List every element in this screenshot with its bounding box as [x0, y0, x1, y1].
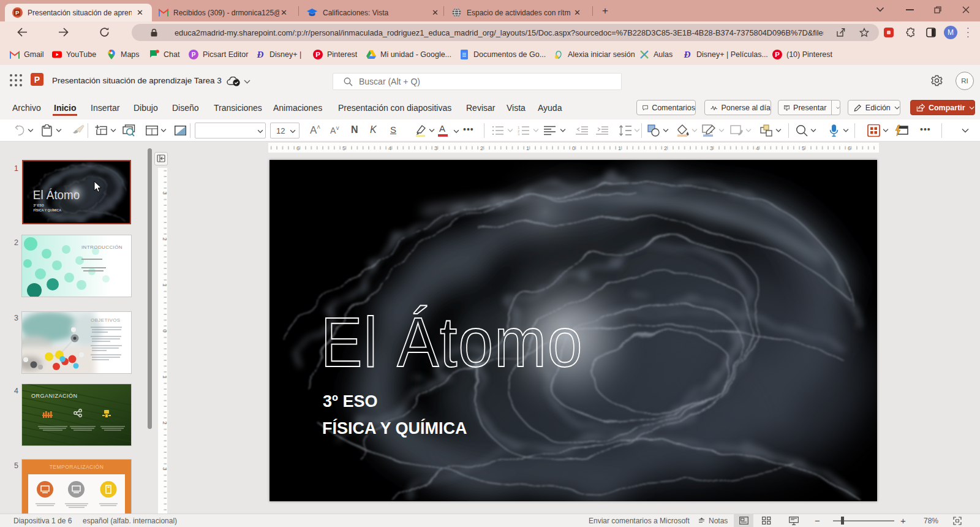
svg-text:1: 1: [526, 145, 529, 151]
svg-text:3º ESO: 3º ESO: [323, 392, 377, 411]
svg-text:FÍSICA Y QUÍMICA: FÍSICA Y QUÍMICA: [322, 419, 467, 438]
svg-text:P: P: [15, 9, 20, 16]
svg-text:Ð: Ð: [257, 50, 264, 59]
svg-text:3: 3: [162, 467, 167, 470]
svg-text:6: 6: [848, 145, 851, 151]
svg-text:P: P: [775, 51, 780, 58]
svg-text:2: 2: [162, 421, 167, 424]
svg-text:El Átomo: El Átomo: [321, 303, 584, 381]
svg-text:3º ESO: 3º ESO: [34, 203, 44, 207]
svg-text:3: 3: [710, 145, 713, 151]
svg-text:1: 1: [162, 375, 167, 378]
svg-text:P: P: [34, 75, 40, 85]
svg-text:3: 3: [162, 191, 167, 194]
svg-text:FÍSICA Y QUÍMICA: FÍSICA Y QUÍMICA: [33, 208, 61, 212]
svg-text:2: 2: [480, 145, 483, 151]
svg-text:1: 1: [162, 283, 167, 286]
svg-text:Ð: Ð: [684, 50, 691, 59]
svg-text:6: 6: [296, 145, 300, 151]
svg-text:5: 5: [802, 145, 805, 151]
svg-text:4: 4: [756, 145, 759, 151]
svg-text:OBJETIVOS: OBJETIVOS: [91, 317, 121, 323]
svg-text:4: 4: [388, 145, 391, 151]
svg-text:3: 3: [434, 145, 437, 151]
svg-text:El Átomo: El Átomo: [33, 189, 80, 202]
svg-text:0: 0: [162, 329, 167, 332]
svg-text:3: 3: [518, 133, 520, 135]
svg-text:1: 1: [618, 145, 621, 151]
svg-text:P: P: [192, 51, 196, 58]
svg-text:2: 2: [162, 237, 167, 240]
svg-text:P: P: [315, 51, 320, 58]
svg-text:0: 0: [572, 145, 575, 151]
svg-text:ORGANIZACIÓN: ORGANIZACIÓN: [31, 393, 78, 399]
svg-text:5: 5: [342, 145, 345, 151]
svg-text:2: 2: [664, 145, 667, 151]
svg-text:TEMPORALIZACIÓN: TEMPORALIZACIÓN: [50, 464, 104, 470]
svg-text:INTRODUCCIÓN: INTRODUCCIÓN: [81, 245, 123, 250]
